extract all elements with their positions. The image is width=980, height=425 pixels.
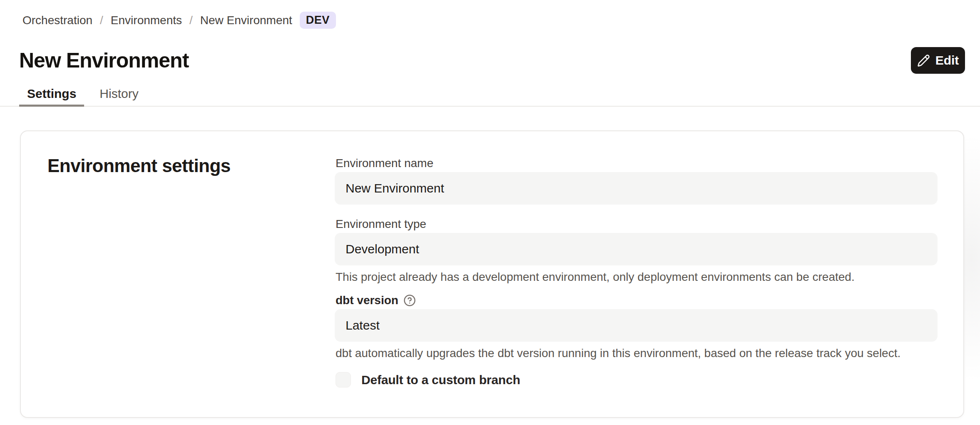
dbt-version-label-row: dbt version bbox=[336, 293, 938, 308]
environment-settings-card: Environment settings Environment name Ne… bbox=[20, 130, 964, 418]
pencil-icon bbox=[917, 54, 930, 67]
dbt-version-helper-text: dbt automatically upgrades the dbt versi… bbox=[336, 346, 938, 360]
environment-type-helper-text: This project already has a development e… bbox=[336, 270, 938, 284]
custom-branch-checkbox[interactable] bbox=[336, 372, 351, 388]
circle-question-icon[interactable] bbox=[403, 294, 416, 307]
environment-type-value: Development bbox=[346, 242, 419, 256]
environment-type-select[interactable]: Development bbox=[335, 233, 938, 265]
tab-settings-label: Settings bbox=[27, 87, 76, 101]
environment-type-label: Environment type bbox=[336, 217, 938, 231]
custom-branch-checkbox-label: Default to a custom branch bbox=[361, 373, 520, 387]
tabs-bar: Settings History bbox=[0, 82, 980, 107]
breadcrumb-separator: / bbox=[100, 14, 103, 27]
breadcrumb-item-environments[interactable]: Environments bbox=[111, 14, 182, 27]
environment-name-label: Environment name bbox=[336, 156, 938, 170]
dbt-version-label: dbt version bbox=[336, 293, 398, 308]
environment-name-value: New Environment bbox=[346, 181, 444, 195]
page-title: New Environment bbox=[19, 48, 189, 72]
breadcrumb: Orchestration / Environments / New Envir… bbox=[22, 12, 336, 29]
dbt-version-value: Latest bbox=[346, 318, 380, 332]
card-heading: Environment settings bbox=[47, 155, 231, 176]
custom-branch-checkbox-row[interactable]: Default to a custom branch bbox=[336, 372, 938, 388]
edit-button-label: Edit bbox=[935, 53, 959, 68]
dbt-version-select[interactable]: Latest bbox=[335, 309, 938, 342]
edit-button[interactable]: Edit bbox=[911, 47, 965, 74]
environment-settings-form: Environment name New Environment Environ… bbox=[335, 156, 938, 388]
tab-history[interactable]: History bbox=[92, 82, 146, 106]
breadcrumb-item-current: New Environment bbox=[200, 14, 292, 27]
environment-settings-page: Orchestration / Environments / New Envir… bbox=[0, 0, 980, 425]
environment-name-input[interactable]: New Environment bbox=[335, 172, 938, 205]
tab-settings[interactable]: Settings bbox=[19, 82, 84, 106]
breadcrumb-separator: / bbox=[189, 14, 193, 27]
tab-history-label: History bbox=[99, 87, 138, 101]
environment-dev-badge: DEV bbox=[300, 12, 336, 29]
breadcrumb-item-orchestration[interactable]: Orchestration bbox=[22, 14, 92, 27]
